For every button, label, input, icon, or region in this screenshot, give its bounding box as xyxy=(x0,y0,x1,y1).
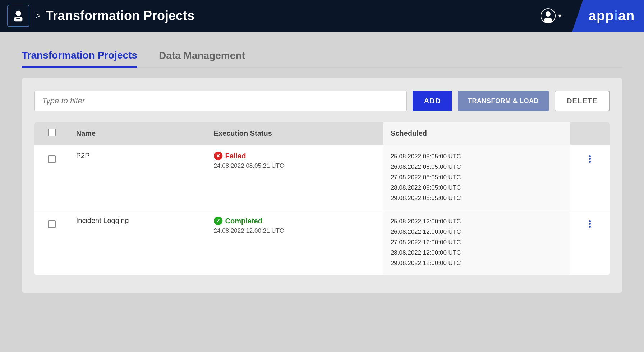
delete-button[interactable]: DELETE xyxy=(555,91,610,111)
dot-2 xyxy=(589,223,591,225)
main-card: ADD TRANSFORM & LOAD DELETE Name Executi… xyxy=(22,78,622,293)
p2p-status-label: Failed xyxy=(225,152,246,160)
filter-input[interactable] xyxy=(34,91,407,111)
p2p-scheduled-4: 29.08.2022 08:05:00 UTC xyxy=(391,193,563,204)
breadcrumb-chevron: > xyxy=(36,11,41,20)
add-button[interactable]: ADD xyxy=(413,91,452,111)
header-title: Transformation Projects xyxy=(46,8,540,23)
transform-load-button[interactable]: TRANSFORM & LOAD xyxy=(458,91,549,111)
svg-point-5 xyxy=(544,18,552,23)
row-p2p-action xyxy=(570,145,610,210)
row-il-checkbox[interactable] xyxy=(48,220,56,228)
il-scheduled-2: 27.08.2022 12:00:00 UTC xyxy=(391,237,563,248)
user-dropdown-chevron: ▾ xyxy=(558,12,561,20)
p2p-status-time: 24.08.2022 08:05:21 UTC xyxy=(214,162,376,170)
tab-nav: Transformation Projects Data Management xyxy=(22,46,622,68)
app-icon-svg xyxy=(12,9,25,23)
row-p2p-name: P2P xyxy=(69,145,207,210)
row-il-checkbox-cell xyxy=(34,210,69,275)
il-scheduled-1: 26.08.2022 12:00:00 UTC xyxy=(391,227,563,237)
header-checkbox[interactable] xyxy=(48,129,56,136)
svg-rect-2 xyxy=(16,18,20,19)
col-name: Name xyxy=(69,122,207,145)
dot-3 xyxy=(589,161,591,163)
col-action xyxy=(570,122,610,145)
p2p-scheduled-2: 27.08.2022 08:05:00 UTC xyxy=(391,172,563,183)
il-status-label: Completed xyxy=(225,217,262,225)
appian-logo: appian xyxy=(581,8,635,24)
row-p2p-scheduled: 25.08.2022 08:05:00 UTC 26.08.2022 08:05… xyxy=(383,145,570,210)
il-scheduled-0: 25.08.2022 12:00:00 UTC xyxy=(391,217,563,227)
main-content: Transformation Projects Data Management … xyxy=(0,32,644,307)
tab-data-management[interactable]: Data Management xyxy=(159,46,245,68)
appian-logo-area: appian xyxy=(572,0,644,32)
il-scheduled-3: 28.08.2022 12:00:00 UTC xyxy=(391,248,563,258)
row-il-action xyxy=(570,210,610,275)
row-il-status: ✓ Completed 24.08.2022 12:00:21 UTC xyxy=(207,210,383,275)
il-scheduled-4: 29.08.2022 12:00:00 UTC xyxy=(391,258,563,269)
row-il-name: Incident Logging xyxy=(69,210,207,275)
row-p2p-status: ✕ Failed 24.08.2022 08:05:21 UTC xyxy=(207,145,383,210)
data-table: Name Execution Status Scheduled P2P xyxy=(34,122,610,275)
dot-2 xyxy=(589,158,591,160)
il-status-time: 24.08.2022 12:00:21 UTC xyxy=(214,227,376,235)
dot-3 xyxy=(589,226,591,228)
app-icon xyxy=(7,5,29,27)
p2p-action-menu[interactable] xyxy=(578,152,602,163)
completed-icon: ✓ xyxy=(214,217,222,225)
col-scheduled: Scheduled xyxy=(383,122,570,145)
svg-point-4 xyxy=(546,11,551,17)
row-p2p-checkbox[interactable] xyxy=(48,155,56,163)
table-row: Incident Logging ✓ Completed 24.08.2022 … xyxy=(34,210,610,275)
svg-point-0 xyxy=(15,11,21,16)
il-scheduled-dates: 25.08.2022 12:00:00 UTC 26.08.2022 12:00… xyxy=(391,217,563,268)
toolbar: ADD TRANSFORM & LOAD DELETE xyxy=(34,91,610,111)
col-status: Execution Status xyxy=(207,122,383,145)
col-checkbox xyxy=(34,122,69,145)
tab-transformation-projects[interactable]: Transformation Projects xyxy=(22,46,137,68)
table-row: P2P ✕ Failed 24.08.2022 08:05:21 UTC 25.… xyxy=(34,145,610,210)
p2p-scheduled-dates: 25.08.2022 08:05:00 UTC 26.08.2022 08:05… xyxy=(391,152,563,203)
p2p-scheduled-0: 25.08.2022 08:05:00 UTC xyxy=(391,152,563,162)
il-action-menu[interactable] xyxy=(578,217,602,228)
user-icon xyxy=(540,8,556,24)
dot-1 xyxy=(589,220,591,222)
table-body: P2P ✕ Failed 24.08.2022 08:05:21 UTC 25.… xyxy=(34,145,610,275)
projects-table: Name Execution Status Scheduled P2P xyxy=(34,122,610,275)
dot-1 xyxy=(589,155,591,157)
failed-icon: ✕ xyxy=(214,152,222,160)
user-menu[interactable]: ▾ xyxy=(540,8,561,24)
p2p-scheduled-1: 26.08.2022 08:05:00 UTC xyxy=(391,162,563,172)
row-il-scheduled: 25.08.2022 12:00:00 UTC 26.08.2022 12:00… xyxy=(383,210,570,275)
row-p2p-checkbox-cell xyxy=(34,145,69,210)
table-header: Name Execution Status Scheduled xyxy=(34,122,610,145)
p2p-scheduled-3: 28.08.2022 08:05:00 UTC xyxy=(391,183,563,193)
app-header: > Transformation Projects ▾ appian xyxy=(0,0,644,32)
